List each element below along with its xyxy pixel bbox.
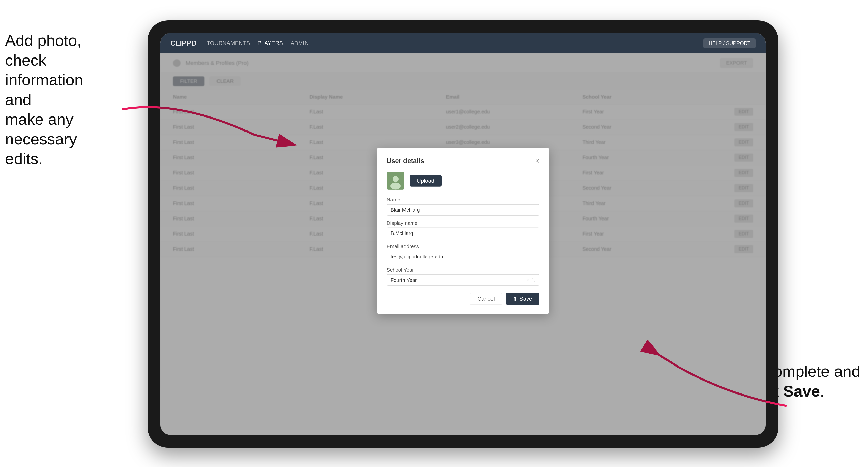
save-label: Save — [520, 295, 532, 302]
email-input[interactable] — [387, 251, 539, 262]
close-button[interactable]: × — [535, 157, 539, 164]
user-details-modal: User details × Upload — [376, 148, 550, 314]
name-label: Name — [387, 197, 539, 203]
app-logo: CLIPPD — [170, 39, 197, 47]
modal-overlay: User details × Upload — [160, 54, 766, 435]
app-topbar: CLIPPD TOURNAMENTS PLAYERS ADMIN HELP / … — [160, 33, 766, 54]
school-year-controls: × ⇅ — [526, 277, 535, 283]
tablet-screen: CLIPPD TOURNAMENTS PLAYERS ADMIN HELP / … — [160, 33, 766, 435]
upload-button[interactable]: Upload — [410, 175, 442, 187]
help-button[interactable]: HELP / SUPPORT — [704, 38, 755, 48]
annotation-left: Add photo, check information and make an… — [5, 31, 112, 168]
nav-players[interactable]: PLAYERS — [257, 40, 283, 46]
display-name-group: Display name — [387, 220, 539, 239]
svg-point-2 — [391, 183, 401, 190]
modal-title: User details — [387, 157, 424, 165]
main-content: Members & Profiles (Pro) EXPORT FILTER C… — [160, 54, 766, 435]
email-group: Email address — [387, 244, 539, 262]
spin-year-button[interactable]: ⇅ — [532, 277, 535, 283]
app-topbar-right: HELP / SUPPORT — [704, 38, 755, 48]
school-year-group: School Year Fourth Year × ⇅ — [387, 267, 539, 286]
save-button[interactable]: ⬆ Save — [506, 293, 539, 305]
modal-footer: Cancel ⬆ Save — [387, 293, 539, 305]
modal-header: User details × — [387, 157, 539, 165]
school-year-label: School Year — [387, 267, 539, 273]
name-group: Name — [387, 197, 539, 216]
clear-year-button[interactable]: × — [526, 277, 529, 283]
save-icon: ⬆ — [513, 295, 518, 302]
photo-row: Upload — [387, 172, 539, 190]
nav-admin[interactable]: ADMIN — [290, 40, 309, 46]
display-name-input[interactable] — [387, 228, 539, 239]
tablet-frame: CLIPPD TOURNAMENTS PLAYERS ADMIN HELP / … — [148, 20, 778, 448]
cancel-button[interactable]: Cancel — [470, 293, 502, 305]
school-year-value: Fourth Year — [391, 277, 526, 283]
name-input[interactable] — [387, 204, 539, 216]
email-label: Email address — [387, 244, 539, 250]
app-nav: TOURNAMENTS PLAYERS ADMIN — [207, 40, 309, 46]
display-name-label: Display name — [387, 220, 539, 226]
user-photo — [387, 172, 404, 190]
school-year-select[interactable]: Fourth Year × ⇅ — [387, 275, 539, 286]
nav-tournaments[interactable]: TOURNAMENTS — [207, 40, 250, 46]
svg-point-1 — [393, 176, 399, 182]
